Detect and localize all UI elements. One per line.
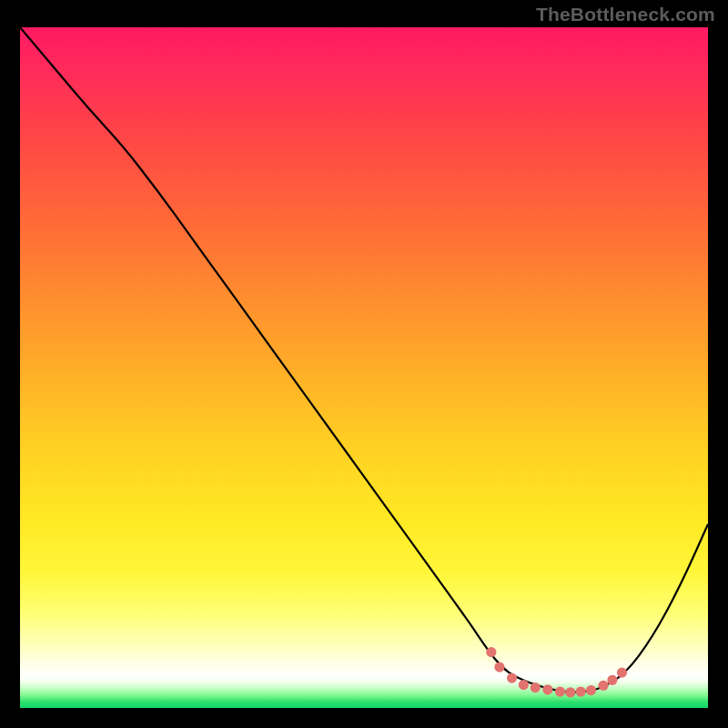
watermark-text: TheBottleneck.com: [536, 4, 715, 25]
chart-stage: TheBottleneck.com: [0, 0, 728, 728]
valley-dot: [565, 687, 575, 697]
valley-dot: [555, 686, 565, 696]
plot-area: [20, 27, 708, 708]
valley-dot: [576, 686, 586, 696]
valley-dot: [586, 685, 596, 695]
valley-dot: [598, 681, 608, 691]
valley-dot: [542, 684, 552, 694]
valley-dot: [494, 662, 504, 672]
valley-dot: [519, 680, 529, 690]
valley-dot: [617, 668, 627, 678]
valley-dot: [531, 682, 541, 693]
curve-layer: [20, 27, 708, 708]
bottleneck-curve: [20, 27, 708, 693]
valley-dot: [507, 672, 517, 682]
valley-dot: [607, 675, 617, 685]
valley-dot: [486, 647, 496, 657]
